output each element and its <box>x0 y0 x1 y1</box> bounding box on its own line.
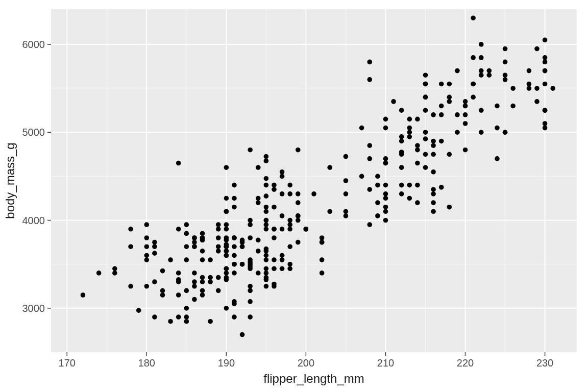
x-tick-label: 190 <box>218 357 235 369</box>
data-point <box>192 240 197 245</box>
data-point <box>287 222 292 227</box>
data-point <box>264 205 269 210</box>
data-point <box>534 46 540 52</box>
data-point <box>431 191 436 197</box>
data-point <box>447 99 452 104</box>
data-point <box>160 292 165 298</box>
data-point <box>160 268 165 274</box>
data-point <box>367 143 372 148</box>
data-point <box>415 148 420 153</box>
data-point <box>375 183 380 188</box>
data-point <box>200 288 205 293</box>
data-point <box>367 222 372 227</box>
data-point <box>367 156 372 161</box>
data-point <box>431 209 436 214</box>
data-point <box>296 213 301 218</box>
data-point <box>232 271 237 276</box>
data-point <box>256 196 261 201</box>
data-point <box>399 139 404 144</box>
data-point <box>280 266 285 272</box>
data-point <box>471 15 476 20</box>
data-point <box>543 60 548 65</box>
data-point <box>192 235 197 240</box>
data-point <box>543 121 548 126</box>
data-point <box>320 235 325 240</box>
data-point <box>344 209 349 214</box>
data-point <box>407 130 412 135</box>
data-point <box>184 257 189 262</box>
data-point <box>256 249 261 254</box>
data-point <box>248 262 253 267</box>
data-point <box>216 222 221 227</box>
data-point <box>264 253 269 258</box>
data-point <box>272 187 277 192</box>
x-tick-label: 170 <box>59 357 76 369</box>
data-point <box>184 319 189 324</box>
data-point <box>272 257 277 262</box>
x-tick-label: 220 <box>457 357 474 369</box>
data-point <box>479 72 484 78</box>
data-point <box>272 205 277 210</box>
data-point <box>240 244 245 249</box>
data-point <box>375 213 380 218</box>
data-point <box>463 104 468 109</box>
data-point <box>216 288 221 293</box>
data-point <box>272 266 277 272</box>
data-point <box>224 253 229 258</box>
data-point <box>264 154 269 159</box>
data-point <box>487 72 492 78</box>
data-point <box>423 72 428 78</box>
data-point <box>128 227 133 232</box>
data-point <box>344 154 349 159</box>
data-point <box>200 292 205 298</box>
data-point <box>479 108 484 113</box>
data-point <box>248 284 253 289</box>
data-point <box>144 235 149 240</box>
data-point <box>216 227 221 232</box>
data-point <box>543 126 548 131</box>
data-point <box>320 257 325 262</box>
data-point <box>367 60 372 65</box>
data-point <box>264 209 269 214</box>
data-point <box>232 253 237 258</box>
data-point <box>192 244 197 249</box>
data-point <box>256 165 261 170</box>
data-point <box>287 218 292 223</box>
data-point <box>232 244 237 249</box>
data-point <box>383 126 388 131</box>
data-point <box>431 143 436 148</box>
data-point <box>543 108 548 113</box>
y-tick-label: 4000 <box>22 215 45 226</box>
data-point <box>264 222 269 227</box>
data-point <box>375 174 380 179</box>
data-point <box>280 227 285 232</box>
data-point <box>280 257 285 262</box>
data-point <box>224 306 229 311</box>
data-point <box>176 227 181 232</box>
data-point <box>344 178 349 183</box>
data-point <box>431 139 436 144</box>
data-point <box>359 126 364 131</box>
data-point <box>280 174 285 179</box>
data-point <box>287 227 292 232</box>
data-point <box>264 193 269 199</box>
data-point <box>176 279 181 284</box>
data-point <box>200 249 205 254</box>
data-point <box>280 169 285 175</box>
data-point <box>534 86 540 91</box>
data-point <box>264 158 269 163</box>
data-point <box>304 227 309 232</box>
data-point <box>423 95 428 100</box>
data-point <box>176 314 181 320</box>
data-point <box>232 183 237 188</box>
data-point <box>272 235 277 240</box>
data-point <box>543 68 548 74</box>
data-point <box>208 279 213 284</box>
data-point <box>144 244 149 249</box>
data-point <box>232 235 237 240</box>
data-point <box>144 257 149 262</box>
x-tick-label: 200 <box>298 357 314 369</box>
data-point <box>264 275 269 280</box>
data-point <box>320 271 325 276</box>
data-point <box>248 218 253 223</box>
